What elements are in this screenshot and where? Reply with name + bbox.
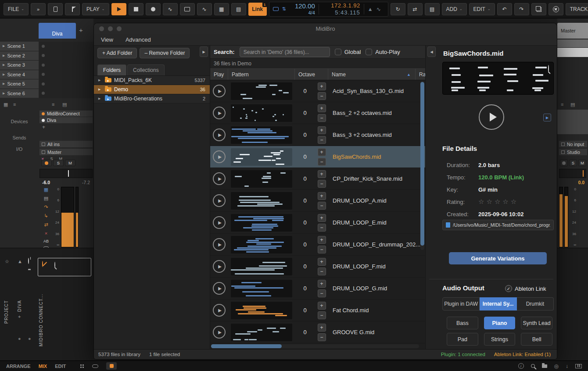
arrange-view-button[interactable]: ARRANGE <box>6 364 31 369</box>
scrollbar-thumb[interactable] <box>211 344 282 348</box>
octave-up-button[interactable]: + <box>318 104 326 112</box>
octave-down-button[interactable]: − <box>318 268 326 275</box>
octave-up-button[interactable]: + <box>318 126 326 134</box>
scene-play-icon[interactable]: ▶ <box>3 63 5 67</box>
punch-icon[interactable]: ⇄ <box>408 3 423 15</box>
scene-stop-dot[interactable] <box>42 45 45 48</box>
output-select[interactable]: Master <box>39 149 93 155</box>
scene-play-icon[interactable]: ▶ <box>3 73 5 76</box>
delete-icon[interactable] <box>549 3 563 15</box>
scene-item[interactable]: ▶Scene 5 <box>0 79 39 89</box>
scene-stop-dot[interactable] <box>42 82 45 86</box>
instrument-button[interactable]: Synth Lead <box>521 317 552 329</box>
ab-compare[interactable]: AB <box>43 239 49 243</box>
folder-tree-item[interactable]: ▶▶MidiBro-Generations2 <box>94 94 210 103</box>
master-fader[interactable] <box>559 169 586 178</box>
octave-up-button[interactable]: + <box>318 170 326 178</box>
add-tab-button[interactable]: + <box>18 314 21 319</box>
download-icon[interactable]: ↓ <box>566 363 568 369</box>
column-play[interactable]: Play <box>210 69 228 80</box>
metronome-icon[interactable]: ▲ <box>368 6 373 12</box>
octave-down-button[interactable]: − <box>318 202 326 210</box>
row-play-button[interactable]: ▶ <box>213 304 226 317</box>
scene-stop-dot[interactable] <box>42 64 45 67</box>
time-signature[interactable]: 4/4 <box>308 10 315 15</box>
fader-handle[interactable] <box>583 170 584 177</box>
device-chain-item[interactable]: MidiBroConnect <box>39 111 93 117</box>
dual-panel-icon[interactable]: ▤ <box>231 3 246 15</box>
play-menu-button[interactable]: PLAY⌄ <box>82 3 109 15</box>
file-row[interactable]: ▶ 0 +− Acid_Syn_Bass_130_G.mid <box>210 80 425 102</box>
row-play-button[interactable]: ▶ <box>213 238 226 251</box>
ableton-link-checkbox[interactable]: ✓ <box>505 285 512 292</box>
meter-view-icon[interactable]: ▲ <box>18 259 22 264</box>
info-icon[interactable]: i <box>518 363 524 369</box>
arm-record-button[interactable] <box>560 160 568 166</box>
folder-tree-item[interactable]: ▶▶MIDI_Packs_6K5337 <box>94 76 210 85</box>
mix-view-button[interactable]: MIX <box>39 364 47 369</box>
tempo-nudge-icon[interactable]: ⇅ <box>282 6 286 12</box>
column-octave[interactable]: Octave <box>295 69 328 80</box>
redo-icon[interactable]: ↷ <box>514 3 529 15</box>
search-input[interactable] <box>240 47 330 57</box>
octave-up-button[interactable]: + <box>318 236 326 244</box>
sort-ascending-icon[interactable]: ▲ <box>407 72 412 77</box>
octave-up-button[interactable]: + <box>318 214 326 222</box>
horizontal-scrollbar[interactable] <box>211 344 419 348</box>
scene-item[interactable]: ▶Scene 3 <box>0 61 39 70</box>
instrument-button[interactable]: Strings <box>484 333 516 346</box>
file-row[interactable]: ▶ 0 +− DRUM_LOOP_G.mid <box>210 278 425 300</box>
solo-button[interactable]: S <box>53 160 64 166</box>
output-mode-button[interactable]: Plugin in DAW <box>442 297 480 310</box>
file-row[interactable]: ▶ 0 +− Bass_2 +2 octaves.mid <box>210 102 425 124</box>
instrument-button[interactable]: Bell <box>521 333 552 346</box>
device-chain-item[interactable]: Diva <box>39 117 93 123</box>
close-window-button[interactable] <box>99 26 104 31</box>
row-play-button[interactable]: ▶ <box>213 282 226 295</box>
mixer-lanes-icon[interactable]: ▤ <box>62 102 67 107</box>
browser-folder-icon[interactable] <box>542 364 547 368</box>
add-folder-button[interactable]: + Add Folder <box>97 48 137 58</box>
scene-item[interactable]: ▶Scene 4 <box>0 70 39 79</box>
octave-up-button[interactable]: + <box>318 148 326 156</box>
file-row[interactable]: ▶ 0 +− DRUM_LOOP_F.mid <box>210 256 425 278</box>
undo-icon[interactable]: ↶ <box>497 3 512 15</box>
row-play-button[interactable]: ▶ <box>213 326 226 339</box>
grid-icon[interactable]: ▦ <box>44 187 48 193</box>
row-play-button[interactable]: ▶ <box>213 260 226 273</box>
master-track-tab[interactable]: Master <box>557 23 588 39</box>
scene-stop-dot[interactable] <box>42 73 45 76</box>
file-row[interactable]: ▶ 0 +− Bass_3 +2 octaves.mid <box>210 124 425 146</box>
bypass-icon[interactable] <box>42 261 43 267</box>
row-play-button[interactable]: ▶ <box>213 128 226 141</box>
octave-down-button[interactable]: − <box>318 114 326 122</box>
file-row[interactable]: ▶ 0 +− CP_Drifter_Kick_Snare.mid <box>210 168 425 190</box>
duplicate-icon[interactable] <box>531 3 546 15</box>
track-tab-diva[interactable]: Diva <box>39 23 76 39</box>
edit-button[interactable]: EDIT⌄ <box>469 3 495 15</box>
octave-up-button[interactable]: + <box>318 280 326 288</box>
target-icon[interactable]: ◎ <box>554 363 559 369</box>
automation-icon[interactable]: ∿ <box>163 3 178 15</box>
midi-preview[interactable] <box>442 62 554 95</box>
octave-up-button[interactable]: + <box>318 192 326 200</box>
snap-grid-icon[interactable] <box>80 364 84 368</box>
instrument-button[interactable]: Piano <box>484 317 516 329</box>
generate-variations-button[interactable]: Generate Variations <box>449 252 547 264</box>
swap-icon[interactable]: ⇄ <box>44 222 48 228</box>
record-button[interactable] <box>146 3 161 15</box>
list-view-icon[interactable]: ≡ <box>13 102 16 107</box>
expand-arrow-icon[interactable]: ▶ <box>98 97 102 100</box>
octave-down-button[interactable]: − <box>318 224 326 232</box>
project-tab[interactable]: PROJECT <box>4 275 9 324</box>
lanes-icon[interactable]: ≡ <box>52 102 54 107</box>
collapse-folders-button[interactable]: ▶ <box>200 46 208 57</box>
octave-down-button[interactable]: − <box>318 136 326 144</box>
drag-to-daw-icon[interactable]: ▶ <box>543 114 551 121</box>
folder-tab[interactable]: Collections <box>127 64 165 75</box>
octave-down-button[interactable]: − <box>318 92 326 100</box>
half-icon[interactable]: ▤ <box>44 196 48 201</box>
menu-view[interactable]: View <box>101 36 113 43</box>
octave-down-button[interactable]: − <box>318 158 326 166</box>
transport-time[interactable]: 5:43.115 <box>335 9 360 16</box>
